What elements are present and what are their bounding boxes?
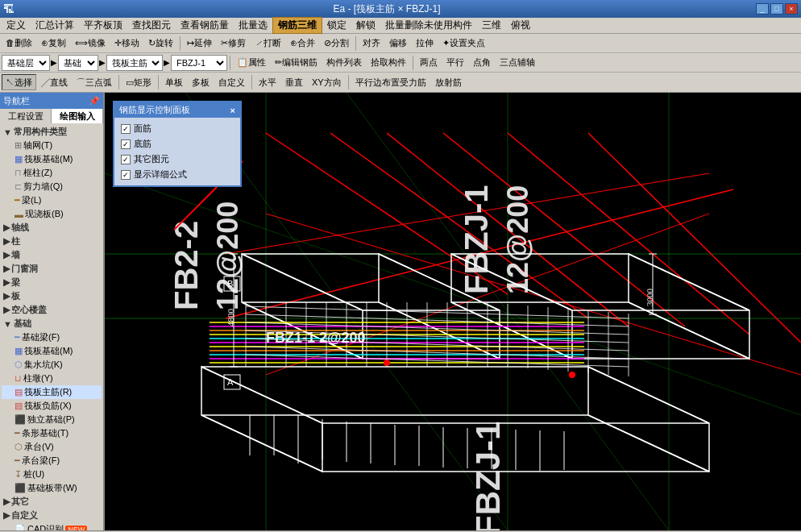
steel-panel-close-button[interactable]: ×: [230, 106, 235, 115]
nav-category-wall[interactable]: ▶墙: [2, 248, 102, 262]
nav-category-other[interactable]: ▶其它: [2, 495, 102, 509]
nav-item-col-cap[interactable]: ⊔柱墩(Y): [2, 372, 102, 385]
nav-item-mat-main-rebar[interactable]: ▤筏板主筋(R): [2, 385, 102, 399]
isolated-found-icon: ⬛: [15, 414, 26, 425]
nav-category-door-window[interactable]: ▶门窗洞: [2, 262, 102, 276]
copy-button[interactable]: ⊕复制: [37, 35, 70, 52]
edit-rebar-button[interactable]: ✏编辑钢筋: [271, 55, 322, 71]
extend-button[interactable]: ↦延伸: [183, 35, 216, 52]
two-point-button[interactable]: 两点: [416, 55, 442, 71]
checkbox-diJin[interactable]: ✓ 底筋: [121, 136, 234, 152]
menu-item-lock[interactable]: 锁定: [322, 18, 351, 33]
horizontal-button[interactable]: 水平: [255, 74, 280, 90]
nav-item-sump[interactable]: ⬡集水坑(K): [2, 358, 102, 372]
vertical-button[interactable]: 垂直: [281, 74, 307, 90]
nav-item-beam[interactable]: ━梁(L): [2, 193, 102, 207]
nav-item-found-band[interactable]: ⬛基础板带(W): [2, 481, 102, 495]
menu-item-3d-rebar[interactable]: 钢筋三维: [272, 17, 322, 34]
nav-item-mat-found[interactable]: ▦筏板基础(M): [2, 152, 102, 166]
nav-item-isolated-found[interactable]: ⬛独立基础(P): [2, 413, 102, 426]
property-button[interactable]: 📋属性: [233, 55, 270, 71]
break-button[interactable]: ⟋打断: [251, 35, 285, 52]
nav-item-strip-found[interactable]: ━条形基础(T): [2, 426, 102, 440]
menu-item-calc[interactable]: 汇总计算: [31, 18, 79, 33]
checkbox-diJin-box[interactable]: ✓: [121, 139, 131, 149]
line-button[interactable]: ╱直线: [37, 74, 72, 90]
menu-item-3d[interactable]: 三维: [477, 18, 506, 33]
nav-item-cad[interactable]: 📄CAD识别 NEW: [2, 522, 102, 530]
window-controls[interactable]: _ □ ×: [756, 3, 798, 15]
app-icon: 🏗: [3, 2, 15, 15]
checkbox-other-box[interactable]: ✓: [121, 155, 131, 164]
checkbox-other-elements[interactable]: ✓ 其它图元: [121, 152, 234, 167]
minimize-button[interactable]: _: [756, 3, 769, 15]
nav-item-shear-wall[interactable]: ⊏剪力墙(Q): [2, 180, 102, 193]
three-point-axis-button[interactable]: 三点辅轴: [496, 55, 539, 71]
nav-item-cast-slab[interactable]: ▬现浇板(B): [2, 207, 102, 221]
nav-category-common[interactable]: ▼常用构件类型: [2, 125, 102, 139]
menu-item-unlock[interactable]: 解锁: [351, 18, 380, 33]
rect-button[interactable]: ▭矩形: [122, 74, 156, 90]
nav-category-hollow[interactable]: ▶空心楼盖: [2, 303, 102, 317]
radial-rebar-button[interactable]: 放射筋: [431, 74, 466, 90]
menu-item-find[interactable]: 查找图元: [127, 18, 176, 33]
checkbox-formula-box[interactable]: ✓: [121, 170, 131, 180]
pick-component-button[interactable]: 拾取构件: [367, 55, 410, 71]
nav-item-mat-found2[interactable]: ▦筏板基础(M): [2, 344, 102, 358]
custom-button[interactable]: 自定义: [214, 74, 249, 90]
nav-category-foundation[interactable]: ▼基础: [2, 317, 102, 330]
parallel-edge-button[interactable]: 平行边布置受力筋: [351, 74, 430, 90]
angle-button[interactable]: 点角: [469, 55, 495, 71]
menu-item-align[interactable]: 平齐板顶: [79, 18, 127, 33]
multi-board-button[interactable]: 多板: [188, 74, 214, 90]
close-button[interactable]: ×: [785, 3, 798, 15]
move-button[interactable]: ✛移动: [110, 35, 143, 52]
nav-category-axis[interactable]: ▶轴线: [2, 221, 102, 235]
checkbox-mianJin[interactable]: ✓ 面筋: [121, 121, 234, 136]
setpoint-button[interactable]: ✦设置夹点: [438, 35, 489, 52]
nav-category-beam[interactable]: ▶梁: [2, 276, 102, 289]
nav-item-found-beam[interactable]: ━基础梁(F): [2, 330, 102, 344]
delete-button[interactable]: 🗑删除: [2, 35, 36, 52]
component-select[interactable]: 筏板主筋: [106, 55, 163, 71]
tab-draw-input[interactable]: 绘图输入: [52, 109, 103, 123]
nav-item-pile[interactable]: ↧桩(U): [2, 468, 102, 481]
nav-item-pile-cap-beam[interactable]: ━承台梁(F): [2, 454, 102, 468]
layer-select[interactable]: 基础层: [2, 55, 50, 71]
menu-item-view-rebar[interactable]: 查看钢筋量: [176, 18, 234, 33]
nav-category-custom[interactable]: ▶自定义: [2, 509, 102, 522]
trim-button[interactable]: ✂修剪: [217, 35, 250, 52]
panel-pin-icon[interactable]: 📌: [89, 96, 100, 106]
nav-category-column[interactable]: ▶柱: [2, 235, 102, 248]
maximize-button[interactable]: □: [770, 3, 783, 15]
menu-item-define[interactable]: 定义: [2, 18, 31, 33]
component-list-button[interactable]: 构件列表: [322, 55, 366, 71]
stretch-button[interactable]: 拉伸: [412, 35, 438, 52]
offset-button[interactable]: 偏移: [385, 35, 411, 52]
select-button[interactable]: ↖选择: [2, 74, 36, 90]
mirror-button[interactable]: ⟺镜像: [71, 35, 110, 52]
parallel-button[interactable]: 平行: [442, 55, 468, 71]
single-board-button[interactable]: 单板: [161, 74, 187, 90]
type-arrow: ▶: [99, 58, 106, 67]
nav-category-slab[interactable]: ▶板: [2, 289, 102, 303]
nav-item-axis[interactable]: ⊞轴网(T): [2, 139, 102, 152]
nav-item-pile-cap[interactable]: ⬡承台(V): [2, 440, 102, 454]
checkbox-mianJin-box[interactable]: ✓: [121, 124, 131, 134]
tab-project-settings[interactable]: 工程设置: [0, 109, 52, 123]
menu-item-topview[interactable]: 俯视: [506, 18, 535, 33]
canvas-area[interactable]: FB2-2 12@200 FBZJ-1 12@200 4800 3000 FBZ…: [105, 93, 801, 530]
merge-button[interactable]: ⊕合并: [286, 35, 319, 52]
nav-item-mat-neg-rebar[interactable]: ▤筏板负筋(X): [2, 399, 102, 413]
align-button[interactable]: 对齐: [359, 35, 384, 52]
split-button[interactable]: ⊘分割: [320, 35, 353, 52]
checkbox-show-formula[interactable]: ✓ 显示详细公式: [121, 167, 234, 182]
menu-item-del-unused[interactable]: 批量删除未使用构件: [380, 18, 477, 33]
nav-item-col[interactable]: ⊓框柱(Z): [2, 166, 102, 180]
rotate-button[interactable]: ↻旋转: [144, 35, 177, 52]
arc-button[interactable]: ⌒三点弧: [73, 74, 116, 90]
menu-item-batch[interactable]: 批量选: [234, 18, 272, 33]
rebar-id-select[interactable]: FBZJ-1: [171, 55, 227, 71]
type-select[interactable]: 基础: [58, 55, 98, 71]
xy-dir-button[interactable]: XY方向: [308, 74, 346, 90]
